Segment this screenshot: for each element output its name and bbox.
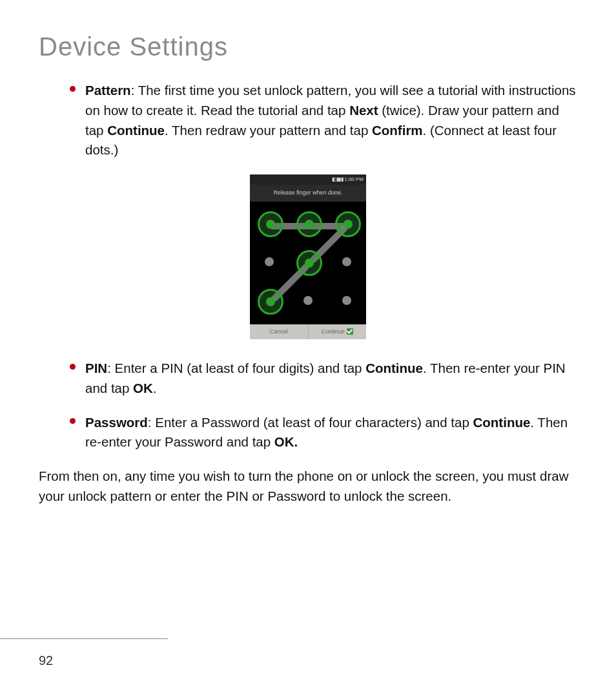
pattern-dot — [342, 296, 351, 305]
label: Password — [85, 415, 148, 430]
bullet-pin: PIN: Enter a PIN (at least of four digit… — [70, 359, 577, 399]
signal-icon: ▮▯ ▮▮ ▮ — [332, 176, 343, 182]
pattern-dot-selected — [296, 211, 322, 237]
pattern-dot — [342, 257, 351, 266]
bullet-list: Pattern: The first time you set unlock p… — [70, 81, 577, 160]
phone-frame: ▮▯ ▮▮ ▮ 1:00 PM Release finger when done… — [250, 174, 366, 339]
pattern-dot-selected — [258, 289, 283, 315]
pattern-dot-selected — [258, 211, 283, 237]
cancel-button[interactable]: Cancel — [250, 324, 308, 340]
status-time: 1:00 PM — [344, 176, 364, 182]
check-icon — [347, 328, 353, 335]
phone-screenshot: ▮▯ ▮▮ ▮ 1:00 PM Release finger when done… — [39, 174, 577, 339]
closing-text: From then on, any time you wish to turn … — [39, 467, 577, 507]
pattern-dot — [265, 257, 274, 266]
page-title: Device Settings — [39, 32, 577, 61]
bullet-icon — [70, 86, 76, 92]
label: PIN — [85, 361, 107, 375]
bullet-icon — [70, 418, 76, 424]
pattern-grid[interactable] — [250, 202, 366, 324]
content: Pattern: The first time you set unlock p… — [39, 81, 577, 507]
document-page: Device Settings Pattern: The first time … — [0, 0, 616, 694]
pattern-dot-selected — [335, 211, 361, 237]
page-number: 92 — [39, 653, 53, 668]
bullet-icon — [70, 364, 76, 370]
pattern-dot-selected — [296, 250, 322, 276]
bullet-list: PIN: Enter a PIN (at least of four digit… — [70, 359, 577, 452]
bullet-pattern: Pattern: The first time you set unlock p… — [70, 81, 577, 160]
instruction-text: Release finger when done. — [250, 185, 366, 202]
button-bar: Cancel Continue — [250, 324, 366, 340]
continue-button[interactable]: Continue — [308, 324, 367, 340]
label: Pattern — [85, 83, 131, 98]
footer-rule — [0, 638, 168, 639]
bullet-password: Password: Enter a Password (at least of … — [70, 413, 577, 453]
pattern-dot — [303, 296, 313, 305]
status-bar: ▮▯ ▮▮ ▮ 1:00 PM — [250, 174, 366, 185]
